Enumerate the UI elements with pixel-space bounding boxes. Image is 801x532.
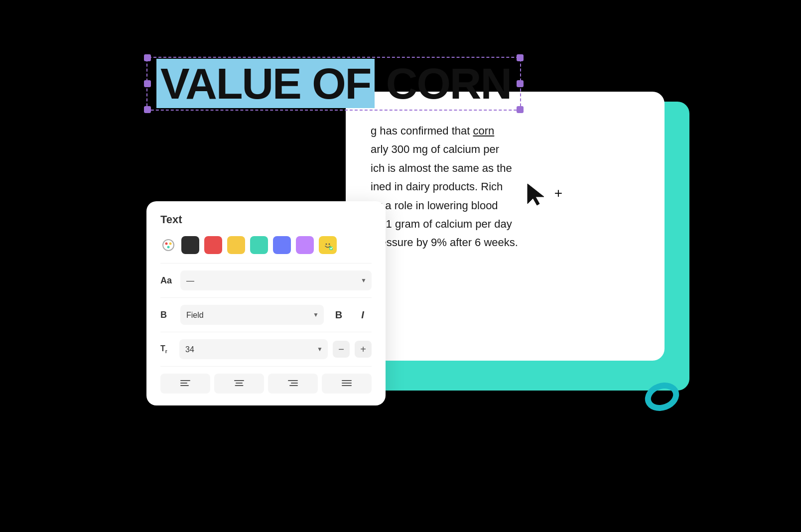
bold-label: B xyxy=(160,310,174,320)
color-row xyxy=(160,236,372,254)
svg-rect-20 xyxy=(342,385,352,386)
svg-point-6 xyxy=(326,244,327,245)
handle-bottom-left[interactable] xyxy=(144,106,151,113)
svg-point-2 xyxy=(165,243,168,245)
align-row xyxy=(160,374,372,394)
headline-area: VALUE OF CORN xyxy=(156,62,511,106)
size-label: Tr xyxy=(160,344,174,354)
svg-rect-16 xyxy=(291,383,298,384)
svg-point-7 xyxy=(329,244,330,245)
font-select-wrapper[interactable]: — ▼ xyxy=(180,270,372,290)
italic-button[interactable]: I xyxy=(354,306,372,324)
palette-icon xyxy=(160,237,176,253)
size-select-wrapper[interactable]: 34 12 14 16 18 20 24 28 32 36 48 64 72 ▼ xyxy=(179,339,328,359)
svg-point-3 xyxy=(169,243,172,245)
size-select[interactable]: 34 12 14 16 18 20 24 28 32 36 48 64 72 xyxy=(179,339,328,359)
handle-top-right[interactable] xyxy=(517,54,524,61)
size-minus-button[interactable]: − xyxy=(333,341,350,358)
divider-1 xyxy=(160,263,372,264)
svg-rect-11 xyxy=(180,385,189,386)
divider-2 xyxy=(160,297,372,298)
color-swatch-purple[interactable] xyxy=(296,236,314,254)
align-left-button[interactable] xyxy=(160,374,210,394)
font-field-select[interactable]: Field Regular Bold Italic xyxy=(180,305,324,325)
font-label: Aa xyxy=(160,275,174,286)
size-plus-button[interactable]: + xyxy=(355,341,372,358)
headline-text: VALUE OF CORN xyxy=(156,62,511,106)
align-center-button[interactable] xyxy=(214,374,264,394)
plus-cursor: + xyxy=(554,185,562,201)
handle-mid-left[interactable] xyxy=(144,80,151,87)
content-text: g has confirmed that corn arly 300 mg of… xyxy=(371,122,640,252)
color-swatch-emoji[interactable] xyxy=(319,236,337,254)
svg-rect-13 xyxy=(236,383,243,384)
handle-top-left[interactable] xyxy=(144,54,151,61)
svg-point-4 xyxy=(167,246,170,249)
svg-rect-15 xyxy=(288,380,298,381)
divider-3 xyxy=(160,332,372,332)
headline-part2: CORN xyxy=(375,59,511,108)
panel-title: Text xyxy=(160,213,372,226)
handle-mid-right[interactable] xyxy=(517,80,524,87)
svg-rect-12 xyxy=(234,380,244,381)
text-panel: Text xyxy=(146,201,386,405)
svg-rect-18 xyxy=(342,380,352,381)
font-select[interactable]: — xyxy=(180,270,372,290)
color-swatch-yellow[interactable] xyxy=(227,236,245,254)
size-row: Tr 34 12 14 16 18 20 24 28 32 36 48 64 7… xyxy=(160,339,372,359)
svg-marker-0 xyxy=(528,184,544,205)
svg-rect-8 xyxy=(329,247,333,250)
svg-point-1 xyxy=(163,240,174,251)
svg-rect-17 xyxy=(289,385,298,386)
align-justify-button[interactable] xyxy=(322,374,372,394)
color-swatch-blue[interactable] xyxy=(273,236,291,254)
svg-rect-19 xyxy=(342,383,352,384)
cursor-arrow xyxy=(525,181,545,208)
align-right-button[interactable] xyxy=(268,374,318,394)
font-select-row: Aa — ▼ xyxy=(160,270,372,290)
font-style-row: B Field Regular Bold Italic ▼ B I xyxy=(160,305,372,325)
svg-rect-9 xyxy=(180,380,190,381)
divider-4 xyxy=(160,366,372,367)
color-swatch-dark[interactable] xyxy=(181,236,199,254)
font-field-wrapper[interactable]: Field Regular Bold Italic ▼ xyxy=(180,305,324,325)
color-swatch-red[interactable] xyxy=(204,236,222,254)
color-swatch-teal[interactable] xyxy=(250,236,268,254)
content-card: g has confirmed that corn arly 300 mg of… xyxy=(346,92,665,361)
svg-rect-14 xyxy=(235,385,244,386)
headline-highlight: VALUE OF xyxy=(156,59,375,108)
svg-rect-10 xyxy=(180,383,187,384)
bold-button[interactable]: B xyxy=(330,306,348,324)
